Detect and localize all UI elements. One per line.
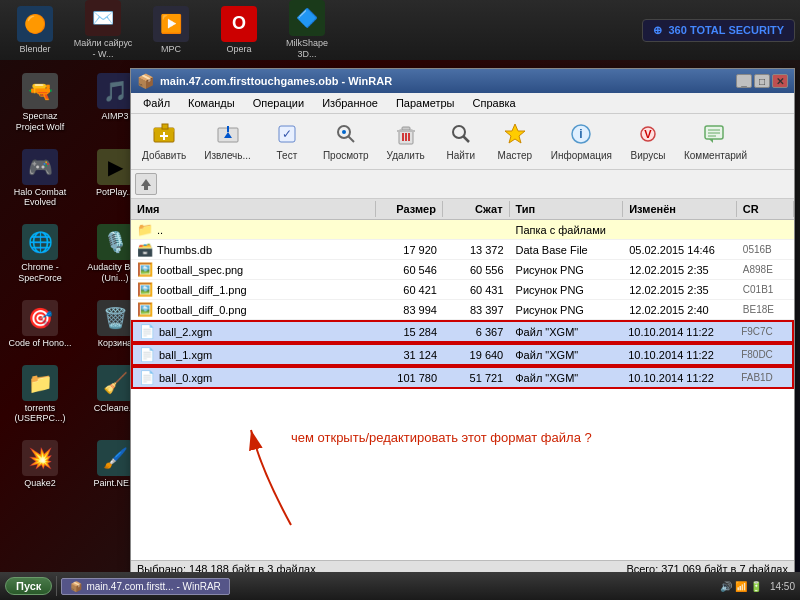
col-header-type[interactable]: Тип: [510, 201, 624, 217]
window-title: main.47.com.firsttouchgames.obb - WinRAR: [160, 75, 392, 87]
menu-file[interactable]: Файл: [135, 95, 178, 111]
file-name: ball_1.xgm: [159, 349, 212, 361]
aimp3-label: AIMP3: [101, 111, 128, 122]
svg-rect-15: [397, 130, 415, 132]
file-name: football_spec.png: [157, 264, 243, 276]
toolbar: Добавить Извлечь... ✓ Тест Просмотр: [131, 114, 794, 170]
winrar-window: 📦 main.47.com.firsttouchgames.obb - WinR…: [130, 68, 795, 578]
halo-label: Halo Combat Evolved: [8, 187, 72, 209]
taskbar-app-winrar[interactable]: 📦 main.47.com.firstt... - WinRAR: [61, 578, 229, 595]
specnaz-icon: 🔫: [22, 73, 58, 109]
file-type-cell: Папка с файлами: [510, 223, 624, 237]
table-row[interactable]: 🖼️ football_spec.png 60 546 60 556 Рисун…: [131, 260, 794, 280]
table-row[interactable]: 🖼️ football_diff_0.png 83 994 83 397 Рис…: [131, 300, 794, 320]
file-type-cell: Рисунок PNG: [510, 303, 624, 317]
tool-add[interactable]: Добавить: [135, 118, 193, 165]
taskbar-bottom: Пуск 📦 main.47.com.firstt... - WinRAR 🔊 …: [0, 572, 800, 600]
file-type-cell: Рисунок PNG: [510, 263, 624, 277]
file-size-cell: 31 124: [377, 348, 443, 362]
desktop-icon-torrents[interactable]: 📁 torrents (USERPC...): [5, 362, 75, 428]
security-icon: ⊕: [653, 24, 662, 37]
start-button[interactable]: Пуск: [5, 577, 52, 595]
halo-icon: 🎮: [22, 149, 58, 185]
png-icon: 🖼️: [137, 282, 153, 297]
desktop-icon-halo[interactable]: 🎮 Halo Combat Evolved: [5, 146, 75, 212]
col-header-name[interactable]: Имя: [131, 201, 376, 217]
tool-find[interactable]: Найти: [436, 118, 486, 165]
tool-wizard-label: Мастер: [497, 150, 532, 161]
file-crc-cell: [737, 229, 794, 231]
file-packed-cell: 6 367: [443, 325, 509, 339]
file-packed-cell: 60 431: [443, 283, 510, 297]
tool-wizard[interactable]: Мастер: [490, 118, 540, 165]
nav-up-button[interactable]: [135, 173, 157, 195]
tool-extract[interactable]: Извлечь...: [197, 118, 258, 165]
menu-params[interactable]: Параметры: [388, 95, 463, 111]
desktop-icon-chrome[interactable]: 🌐 Chrome - SpecForce: [5, 221, 75, 287]
file-name: football_diff_0.png: [157, 304, 247, 316]
file-list-header: Имя Размер Сжат Тип Изменён CR: [131, 199, 794, 220]
desktop-icon-specnaz[interactable]: 🔫 Specnaz Project Wolf: [5, 70, 75, 136]
tool-test[interactable]: ✓ Тест: [262, 118, 312, 165]
torrents-icon: 📁: [22, 365, 58, 401]
milkshape-label: MilkShape 3D...: [277, 38, 337, 60]
recycle-label: Корзина: [98, 338, 132, 349]
tool-virus-label: Вирусы: [631, 150, 666, 161]
tool-delete[interactable]: Удалить: [380, 118, 432, 165]
col-header-packed[interactable]: Сжат: [443, 201, 510, 217]
table-row[interactable]: 📁 .. Папка с файлами: [131, 220, 794, 240]
tool-view[interactable]: Просмотр: [316, 118, 376, 165]
file-crc-cell: FAB1D: [735, 371, 792, 384]
file-packed-cell: [443, 229, 510, 231]
menu-help[interactable]: Справка: [465, 95, 524, 111]
file-name: ball_0.xgm: [159, 372, 212, 384]
tool-info[interactable]: i Информация: [544, 118, 619, 165]
svg-text:V: V: [644, 128, 652, 140]
minimize-button[interactable]: _: [736, 74, 752, 88]
file-list[interactable]: 📁 .. Папка с файлами 🗃️ Thumbs.db 17: [131, 220, 794, 560]
torrents-label: torrents (USERPC...): [8, 403, 72, 425]
file-modified-cell: 12.02.2015 2:35: [623, 283, 737, 297]
col-header-crc[interactable]: CR: [737, 201, 794, 217]
maximize-button[interactable]: □: [754, 74, 770, 88]
tool-extract-label: Извлечь...: [204, 150, 251, 161]
taskbar-icon-mail[interactable]: ✉️ Майли сайрус - W...: [73, 0, 133, 60]
mpc-label: MPC: [161, 44, 181, 55]
security-badge[interactable]: ⊕ 360 TOTAL SECURITY: [642, 19, 795, 42]
svg-marker-31: [141, 179, 151, 186]
col-header-size[interactable]: Размер: [376, 201, 443, 217]
potplay-icon: ▶: [97, 149, 133, 185]
menu-operations[interactable]: Операции: [245, 95, 312, 111]
table-row[interactable]: 📄 ball_2.xgm 15 284 6 367 Файл "XGM" 10.…: [131, 320, 794, 343]
file-name-cell: 📁 ..: [131, 221, 376, 238]
clock: 14:50: [770, 581, 795, 592]
taskbar-icon-blender[interactable]: 🟠 Blender: [5, 6, 65, 55]
table-row[interactable]: 📄 ball_0.xgm 101 780 51 721 Файл "XGM" 1…: [131, 366, 794, 389]
file-name-cell: 🖼️ football_diff_0.png: [131, 301, 376, 318]
desktop-icon-code[interactable]: 🎯 Code of Hono...: [5, 297, 75, 352]
audacity-icon: 🎙️: [97, 224, 133, 260]
tool-virus[interactable]: V Вирусы: [623, 118, 673, 165]
taskbar-icon-milkshape[interactable]: 🔷 MilkShape 3D...: [277, 0, 337, 60]
file-crc-cell: F80DC: [735, 348, 792, 361]
png-icon: 🖼️: [137, 302, 153, 317]
menu-commands[interactable]: Команды: [180, 95, 243, 111]
extract-icon: [216, 122, 240, 149]
file-size-cell: 60 546: [376, 263, 443, 277]
close-button[interactable]: ✕: [772, 74, 788, 88]
table-row[interactable]: 📄 ball_1.xgm 31 124 19 640 Файл "XGM" 10…: [131, 343, 794, 366]
col-header-modified[interactable]: Изменён: [623, 201, 737, 217]
menu-favorites[interactable]: Избранное: [314, 95, 386, 111]
xgm-icon: 📄: [139, 347, 155, 362]
table-row[interactable]: 🖼️ football_diff_1.png 60 421 60 431 Рис…: [131, 280, 794, 300]
taskbar-icon-opera[interactable]: O Opera: [209, 6, 269, 55]
taskbar-right: 🔊 📶 🔋 14:50: [720, 581, 795, 592]
file-packed-cell: 51 721: [443, 371, 509, 385]
db-icon: 🗃️: [137, 242, 153, 257]
table-row[interactable]: 🗃️ Thumbs.db 17 920 13 372 Data Base Fil…: [131, 240, 794, 260]
tool-comment[interactable]: Комментарий: [677, 118, 754, 165]
svg-marker-21: [505, 124, 525, 143]
file-size-cell: 83 994: [376, 303, 443, 317]
taskbar-icon-mpc[interactable]: ▶️ MPC: [141, 6, 201, 55]
desktop-icon-quake[interactable]: 💥 Quake2: [5, 437, 75, 492]
